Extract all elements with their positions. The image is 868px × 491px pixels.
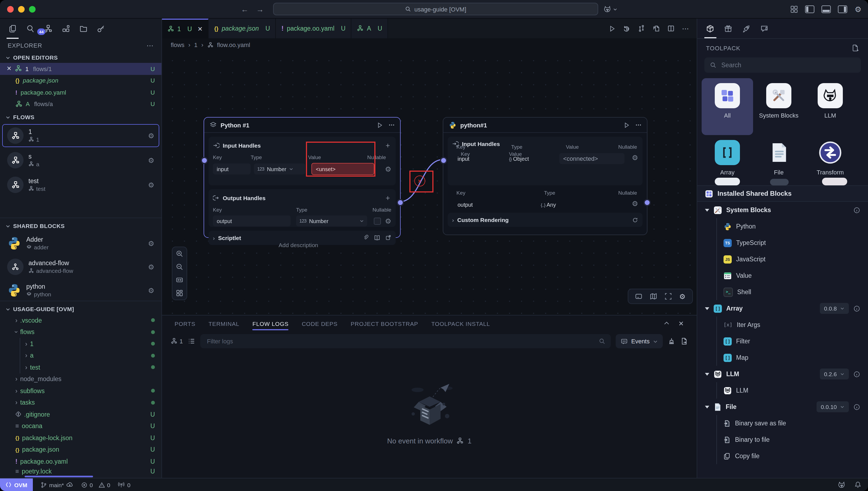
flow-card[interactable]: test test ⚙ (2, 173, 159, 196)
open-editor-item[interactable]: ✕ 1 flows/1 U (0, 63, 161, 75)
tree-item[interactable]: ≡poetry.lockU (0, 467, 161, 475)
tab-package-json[interactable]: {} package.json U (209, 19, 276, 38)
canvas-settings-gear-icon[interactable]: ⚙ (679, 292, 685, 300)
input-type-select[interactable]: 123 Number (254, 164, 305, 174)
flow-card[interactable]: s a ⚙ (2, 149, 159, 172)
docs-book-icon[interactable] (374, 235, 380, 241)
zoom-in-icon[interactable] (176, 250, 183, 258)
category-all[interactable]: All (702, 78, 753, 135)
blocks-icon[interactable] (62, 25, 70, 33)
output-type-select[interactable]: 123 Number (296, 215, 367, 226)
fullscreen-icon[interactable] (664, 292, 672, 300)
tree-item[interactable]: !package.oo.yamlU (0, 456, 161, 467)
key-icon[interactable] (97, 25, 105, 33)
block-item-shell[interactable]: >_ Shell (697, 284, 868, 300)
node-more-icon[interactable]: ⋯ (388, 121, 395, 128)
breadcrumb[interactable]: flows› 1› flow.oo.yaml (162, 38, 697, 51)
gear-icon[interactable]: ⚙ (385, 165, 391, 173)
shared-block-card[interactable]: python python ⚙ (2, 280, 159, 301)
toggle-bottom-panel-icon[interactable] (822, 5, 831, 13)
folder-icon[interactable] (79, 25, 87, 33)
group-llm[interactable]: LLM 0.2.6 (697, 366, 868, 382)
block-item-binary-save-as-file[interactable]: Binary save as file (697, 415, 868, 431)
gear-icon[interactable]: ⚙ (148, 263, 154, 271)
tree-item[interactable]: ›1 (0, 338, 161, 350)
new-toolpack-icon[interactable] (851, 44, 859, 52)
shared-blocks-header[interactable]: SHARED BLOCKS (0, 220, 161, 231)
filter-logs-input[interactable] (206, 337, 599, 345)
feedback-icon[interactable] (760, 24, 768, 32)
chevron-up-icon[interactable] (663, 320, 670, 326)
block-item-copy-file[interactable]: Copy file (697, 448, 868, 464)
tree-item[interactable]: ›.vscode (0, 314, 161, 326)
tab-flow-a[interactable]: A U (352, 19, 388, 38)
toolpack-search-field[interactable] (704, 57, 861, 73)
category-system-blocks[interactable]: System Blocks (753, 78, 805, 128)
auto-layout-icon[interactable] (176, 289, 183, 297)
maximize-window-button[interactable] (29, 6, 35, 12)
run-icon[interactable] (608, 25, 616, 32)
toggle-left-sidebar-icon[interactable] (805, 5, 815, 13)
add-output-handle-button[interactable]: ＋ (384, 193, 391, 203)
block-item-binary-to-file[interactable]: Binary to file (697, 431, 868, 448)
panel-tab-flow-logs[interactable]: FLOW LOGS (252, 316, 289, 332)
fit-view-icon[interactable] (176, 276, 183, 284)
forward-icon[interactable]: → (256, 5, 264, 13)
tree-item[interactable]: {}package.jsonU (0, 444, 161, 456)
toggle-right-sidebar-icon[interactable] (838, 5, 847, 13)
gear-icon[interactable]: ⚙ (148, 132, 154, 140)
toolpack-cube-icon[interactable] (706, 24, 714, 32)
close-window-button[interactable] (7, 6, 14, 12)
remote-indicator[interactable]: OVM (0, 479, 33, 491)
flows-section-header[interactable]: FLOWS (0, 112, 161, 122)
more-actions-icon[interactable]: ⋯ (682, 24, 689, 32)
layout-grid-icon[interactable] (791, 5, 798, 13)
info-icon[interactable] (853, 305, 860, 312)
block-item-map[interactable]: [ ] Map (697, 349, 868, 366)
export-logs-icon[interactable] (680, 337, 688, 345)
version-select[interactable]: 0.0.10 (817, 401, 849, 412)
version-select[interactable]: 0.0.8 (819, 303, 849, 314)
add-description-button[interactable]: Add description (278, 242, 318, 248)
problems-indicator[interactable]: 0 0 (81, 482, 110, 488)
open-editor-item[interactable]: A flows/a U (0, 98, 161, 110)
zoom-out-icon[interactable] (176, 263, 183, 271)
refresh-icon[interactable] (632, 217, 638, 223)
open-editor-item[interactable]: ! package.oo.yaml U (0, 86, 161, 98)
tree-item[interactable]: ›subflows (0, 385, 161, 397)
tree-item[interactable]: ›flows (0, 326, 161, 338)
block-item-javascript[interactable]: JS JavaScript (697, 251, 868, 267)
panel-tab-toolpack-install[interactable]: TOOLPACK INSTALL (431, 316, 490, 332)
tree-item[interactable]: .gitignoreU (0, 408, 161, 420)
node-python-hash-1[interactable]: python#1 ⋯ Input Handles Key Value (443, 117, 647, 235)
panel-tab-terminal[interactable]: TERMINAL (209, 316, 239, 332)
node-python-1[interactable]: Python #1 ⋯ Input Handles ＋ Key Type (204, 117, 401, 238)
minimize-window-button[interactable] (18, 6, 25, 12)
node1-input-port[interactable] (201, 157, 208, 164)
custom-rendering-section[interactable]: › Custom Rendering (448, 213, 643, 227)
gear-icon[interactable]: ⚙ (148, 156, 154, 164)
horizontal-scrollbar[interactable] (25, 476, 93, 477)
gear-icon[interactable]: ⚙ (385, 217, 391, 225)
flow-card[interactable]: 1 1 ⚙ (2, 124, 159, 147)
open-editor-item[interactable]: {} package.json U (0, 75, 161, 86)
run-node-icon[interactable] (377, 122, 383, 128)
gear-icon[interactable]: ⚙ (148, 239, 154, 248)
category-llm[interactable]: LLM (805, 78, 856, 128)
block-item-iter-args[interactable]: [x] Iter Args (697, 317, 868, 333)
close-panel-icon[interactable]: ✕ (678, 320, 684, 327)
console-icon[interactable] (635, 292, 643, 300)
filter-logs-field[interactable] (200, 334, 611, 348)
ports-indicator[interactable]: 0 (118, 481, 131, 488)
tab-flow-1[interactable]: 1 U ✕ (162, 19, 209, 38)
tree-item[interactable]: ›node_modules (0, 373, 161, 385)
close-icon[interactable]: ✕ (197, 25, 202, 33)
gear-icon[interactable]: ⚙ (148, 286, 154, 294)
gear-icon[interactable]: ⚙ (632, 154, 638, 162)
panel-tab-ports[interactable]: PORTS (174, 316, 195, 332)
block-item-python[interactable]: Python (697, 218, 868, 235)
search-icon[interactable] (26, 25, 34, 33)
tab-package-oo-yaml[interactable]: ! package.oo.yaml U (276, 19, 352, 38)
group-array[interactable]: [ ] Array 0.0.8 (697, 300, 868, 317)
tree-item[interactable]: ›test (0, 362, 161, 373)
